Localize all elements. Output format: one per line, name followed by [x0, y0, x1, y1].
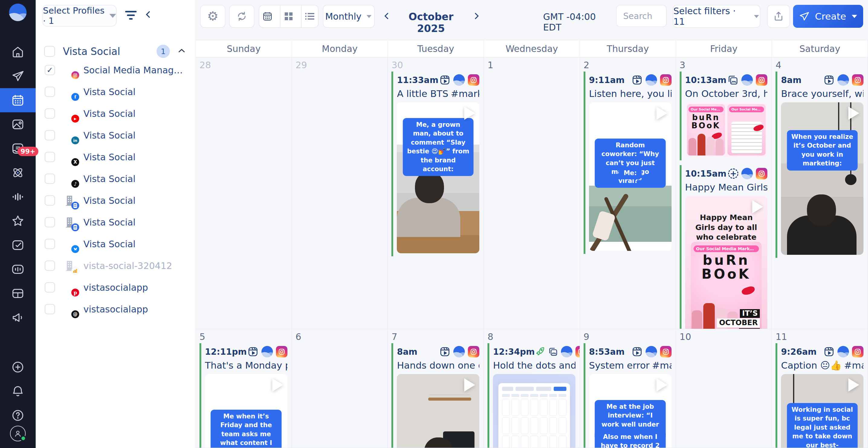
day-cell[interactable]: 9 8:53am System error #mark… Me at t: [580, 329, 676, 448]
reports-icon[interactable]: [0, 281, 36, 306]
reel-icon: [824, 346, 834, 357]
published-rocket-icon: [535, 347, 545, 357]
profile-avatar: [646, 74, 657, 86]
profile-row[interactable]: f Vista Social: [36, 81, 196, 103]
day-cell[interactable]: 7 8am Hands down one of the…: [388, 329, 484, 448]
previous-month-button[interactable]: [381, 10, 392, 23]
profile-filter-icon[interactable]: [125, 11, 137, 22]
ai-assistant-icon[interactable]: [0, 161, 36, 185]
day-cell[interactable]: 8 12:34pm Hold the dots and scrol…: [484, 329, 580, 448]
instagram-icon: [576, 346, 580, 357]
calendar-event[interactable]: 12:11pm That's a Monday proble… Me when …: [199, 343, 289, 448]
profile-row[interactable]: @ vistasocialapp: [36, 298, 196, 320]
vista-social-logo[interactable]: [9, 4, 27, 21]
group-checkbox[interactable]: [44, 46, 55, 57]
profile-row[interactable]: Vista Social: [36, 189, 196, 211]
profile-row[interactable]: p vistasocialapp: [36, 277, 196, 298]
help-icon[interactable]: [0, 403, 36, 427]
calendar-icon[interactable]: [0, 88, 36, 112]
add-icon[interactable]: [0, 355, 36, 379]
calendar-event[interactable]: 8am Brace yourself, winter is… When you …: [776, 72, 865, 258]
play-icon: [848, 378, 859, 391]
post-media-thumbnail: When you realize it’s October and you wo…: [781, 102, 864, 255]
user-avatar[interactable]: [10, 426, 26, 441]
calendar-week-row: 28 29 30 11:33am A little BTS #marketi…: [196, 57, 868, 329]
search-input[interactable]: [616, 5, 667, 27]
instagram-icon: [852, 74, 864, 86]
calendar-event[interactable]: 10:15am Happy Mean Girls day t… Happy Me…: [680, 165, 769, 329]
x-twitter-icon: X: [71, 158, 79, 166]
carousel-icon: [548, 347, 558, 356]
grid-view-icon[interactable]: [280, 5, 297, 27]
day-header: Saturday: [772, 40, 868, 57]
app-rail: 99+: [0, 0, 36, 448]
profile-checkbox[interactable]: [45, 87, 55, 97]
profile-checkbox[interactable]: [45, 195, 55, 206]
profile-row[interactable]: ▶ Vista Social: [36, 103, 196, 125]
calendar-event[interactable]: 9:11am Listen here, you little… … Random…: [584, 72, 673, 254]
bluesky-icon: [71, 245, 79, 253]
reel-icon: [439, 75, 450, 85]
advocacy-icon[interactable]: [0, 306, 36, 330]
profile-row[interactable]: in Vista Social: [36, 125, 196, 146]
media-library-icon[interactable]: [0, 112, 36, 136]
calendar-event[interactable]: 8am Hands down one of the…: [392, 343, 480, 448]
post-media-thumbnail: Me, a grown man, about to comment “Slay …: [397, 102, 479, 253]
profile-checkbox[interactable]: [45, 282, 55, 292]
profile-checkbox[interactable]: [45, 304, 55, 314]
calendar-view-icon[interactable]: [259, 5, 276, 27]
calendar-event[interactable]: 8:53am System error #mark… Me at the job…: [584, 343, 673, 448]
tasks-icon[interactable]: [0, 233, 36, 257]
reviews-icon[interactable]: [0, 209, 36, 233]
export-button[interactable]: [767, 5, 790, 28]
profile-checkbox[interactable]: [45, 217, 55, 227]
day-cell[interactable]: 2 9:11am Listen here, you little… … Rand…: [580, 57, 676, 329]
calendar-event[interactable]: 10:13am On October 3rd, he ask… Our Soci…: [680, 72, 769, 160]
day-cell[interactable]: 4 8am Brace yourself, winter is… When yo…: [772, 57, 868, 329]
calendar-event[interactable]: 11:33am A little BTS #marketi… Me, a gro…: [392, 72, 480, 256]
profile-row[interactable]: X Vista Social: [36, 146, 196, 168]
listening-icon[interactable]: [0, 185, 36, 209]
day-cell[interactable]: 6: [292, 329, 388, 448]
profile-checkbox[interactable]: [45, 174, 55, 184]
calendar-settings-button[interactable]: ⚙: [200, 5, 225, 28]
refresh-button[interactable]: [229, 5, 254, 28]
profile-checkbox[interactable]: [45, 261, 55, 271]
analytics-icon[interactable]: [0, 257, 36, 281]
notifications-bell-icon[interactable]: [0, 379, 36, 403]
profile-row[interactable]: Vista Social: [36, 211, 196, 233]
day-cell[interactable]: 30 11:33am A little BTS #marketi… Me: [388, 57, 484, 329]
profile-checkbox[interactable]: [45, 239, 55, 249]
calendar-region: ⚙ Monthly October 2025 GMT -04:00 EDT Se…: [196, 0, 868, 448]
day-cell[interactable]: 11 9:26am Caption 😐👍 #mar…: [772, 329, 868, 448]
play-icon: [752, 200, 763, 213]
day-cell[interactable]: 28: [196, 57, 292, 329]
profile-row[interactable]: ✓ Social Media Managem…: [36, 59, 196, 81]
profile-checkbox[interactable]: [45, 108, 55, 118]
profile-row[interactable]: ♪ Vista Social: [36, 168, 196, 189]
select-filters-dropdown[interactable]: Select filters · 11: [673, 5, 761, 28]
profile-checkbox[interactable]: [45, 152, 55, 162]
select-profiles-dropdown[interactable]: Select Profiles · 1: [42, 5, 117, 27]
calendar-event[interactable]: 12:34pm Hold the dots and scrol…: [488, 343, 577, 448]
day-cell[interactable]: 5 12:11pm That's a Monday proble… Me whe…: [196, 329, 292, 448]
chevron-up-icon[interactable]: [177, 45, 187, 57]
day-cell[interactable]: 10: [676, 329, 772, 448]
view-mode-dropdown[interactable]: Monthly: [323, 5, 375, 28]
instagram-icon: [660, 74, 672, 86]
list-view-icon[interactable]: [301, 5, 318, 27]
day-cell[interactable]: 1: [484, 57, 580, 329]
profile-checkbox[interactable]: ✓: [45, 65, 55, 75]
next-month-button[interactable]: [471, 10, 483, 23]
profile-row[interactable]: Vista Social: [36, 233, 196, 255]
calendar-event[interactable]: 9:26am Caption 😐👍 #mar… Working in socia…: [776, 343, 865, 448]
day-cell[interactable]: 3 10:13am On October 3rd, he ask… Our So…: [676, 57, 772, 329]
profile-checkbox[interactable]: [45, 130, 55, 140]
day-cell[interactable]: 29: [292, 57, 388, 329]
profile-avatar: [741, 74, 753, 86]
collapse-panel-icon[interactable]: [142, 8, 154, 22]
home-icon[interactable]: [0, 40, 36, 64]
profile-row[interactable]: vista-social-320412: [36, 255, 196, 277]
publish-send-icon[interactable]: [0, 64, 36, 88]
create-button[interactable]: Create: [793, 5, 863, 28]
